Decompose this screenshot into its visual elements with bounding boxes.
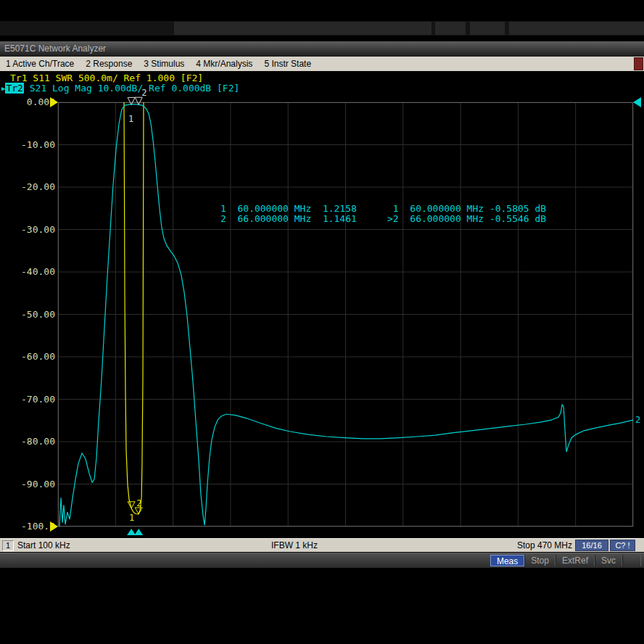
pages-badge: 16/16 — [575, 540, 608, 551]
y-axis-tick-label: -60.00 — [0, 351, 55, 362]
y-axis-tick-label: -50.00 — [0, 309, 55, 320]
instrument-status-bar: Meas Stop ExtRef Svc — [0, 553, 644, 568]
marker-readout-tr2: 1 60.000000 MHz -0.5805 dB>2 66.000000 M… — [387, 204, 546, 223]
trace1-params: S11 SWR 500.0m/ Ref 1.000 [F2] — [27, 73, 203, 83]
marker-1-tr2-glyph[interactable] — [128, 97, 135, 104]
marker-1-tr1-number: 1 — [129, 513, 134, 523]
marker-readout-line: 2 66.000000 MHz 1.1461 — [220, 214, 357, 224]
marker-readout-line: >2 66.000000 MHz -0.5546 dB — [387, 214, 546, 224]
y-axis-tick-label: -20.00 — [0, 181, 55, 192]
y-axis-tick-label: -80.00 — [0, 436, 55, 447]
taskbar-segment — [470, 22, 505, 35]
y-axis-tick-label: -100.0 — [0, 521, 55, 532]
window-titlebar[interactable]: E5071C Network Analyzer — [0, 41, 644, 57]
trace2-legend[interactable]: ▶Tr2 S21 Log Mag 10.00dB/ Ref 0.000dB [F… — [1, 83, 239, 94]
trace1-legend[interactable]: Tr1 S11 SWR 500.0m/ Ref 1.000 [F2] — [10, 73, 203, 83]
marker-1-stimulus-icon — [127, 529, 136, 535]
meas-button[interactable]: Meas — [490, 555, 524, 566]
ifbw-label: IFBW 1 kHz — [271, 540, 318, 550]
y-axis-tick-label: -10.00 — [0, 139, 55, 150]
menu-active-ch-trace[interactable]: 1 Active Ch/Trace — [6, 59, 74, 69]
tr1-ref-bottom-arrow-icon — [50, 521, 58, 532]
y-axis-tick-label: 0.000 — [0, 96, 55, 107]
start-frequency-label: Start 100 kHz — [17, 540, 70, 550]
window-title: E5071C Network Analyzer — [4, 44, 106, 54]
marker-readout-line: 1 60.000000 MHz -0.5805 dB — [387, 204, 546, 214]
channel-number-box: 1 — [2, 540, 14, 551]
menu-mkr-analysis[interactable]: 4 Mkr/Analysis — [196, 59, 252, 69]
chart-plot-area: 21122 — [58, 102, 633, 527]
trace-line-tr2-s21-log-mag — [59, 104, 633, 527]
stop-frequency-label: Stop 470 MHz — [517, 540, 572, 550]
tr1-ref-arrow-icon — [50, 97, 58, 107]
marker-readout-line: 1 60.000000 MHz 1.2158 — [220, 204, 357, 214]
y-axis-tick-label: -90.00 — [0, 479, 55, 490]
marker-2-stimulus-icon — [134, 529, 143, 535]
trace2-params: S21 Log Mag 10.00dB/ Ref 0.000dB [F2] — [24, 83, 239, 94]
y-axis-tick-label: -30.00 — [0, 224, 55, 235]
instrument-buttons: Meas Stop ExtRef Svc — [490, 555, 641, 566]
menu-bar: 1 Active Ch/Trace 2 Response 3 Stimulus … — [0, 57, 644, 71]
marker-2-tr2-glyph[interactable] — [135, 97, 142, 104]
svc-button[interactable]: Svc — [595, 555, 622, 566]
instrument-bar-end-segment — [622, 555, 641, 566]
menu-stimulus[interactable]: 3 Stimulus — [144, 59, 184, 69]
menu-instr-state[interactable]: 5 Instr State — [264, 59, 311, 69]
trace-svg: 21122 — [58, 102, 633, 527]
marker-1-tr2-number: 1 — [128, 114, 133, 124]
status-bar: 1 Start 100 kHz IFBW 1 kHz Stop 470 MHz … — [0, 538, 644, 552]
y-axis-tick-label: -70.00 — [0, 394, 55, 405]
trace-line-tr1-s11-swr — [124, 102, 144, 514]
taskbar-segment — [435, 22, 466, 35]
extref-button[interactable]: ExtRef — [556, 555, 595, 566]
trace1-label: Tr1 — [10, 73, 27, 83]
correction-badge: C? ! — [610, 540, 635, 551]
marker-2-tr2-number: 2 — [141, 88, 146, 98]
tr2-ref-arrow-icon — [633, 97, 641, 107]
marker-2-tr1-number: 2 — [136, 498, 141, 508]
screen: { "window": { "title": "E5071C Network A… — [0, 0, 644, 644]
stop-button[interactable]: Stop — [524, 555, 556, 566]
trace-end-number: 2 — [635, 415, 640, 425]
marker-readout-tr1: 1 60.000000 MHz 1.21582 66.000000 MHz 1.… — [220, 204, 357, 223]
taskbar-segment — [174, 22, 432, 35]
taskbar-strip — [0, 21, 644, 36]
trace2-label: Tr2 — [5, 83, 23, 94]
menu-response[interactable]: 2 Response — [86, 59, 132, 69]
menubar-corner-box — [634, 57, 643, 70]
y-axis-tick-label: -40.00 — [0, 266, 55, 277]
taskbar-segment — [509, 22, 644, 35]
